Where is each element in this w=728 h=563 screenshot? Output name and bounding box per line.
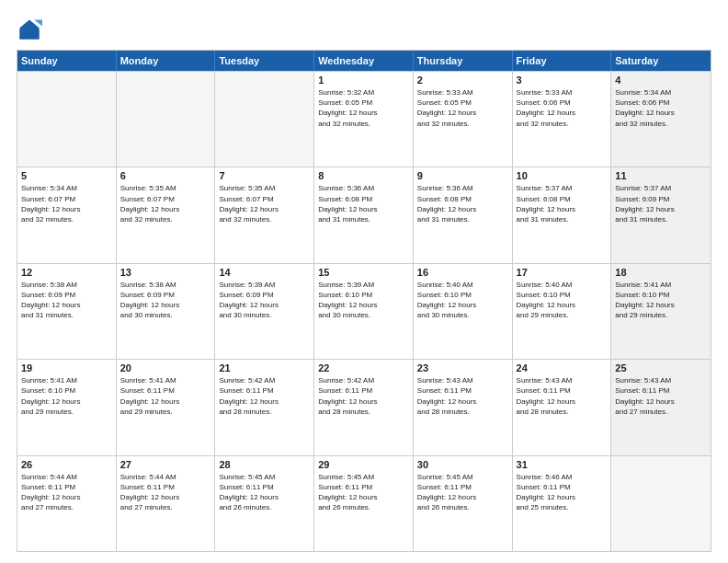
calendar-cell: 21Sunrise: 5:42 AM Sunset: 6:11 PM Dayli… xyxy=(215,360,314,454)
weekday-header-thursday: Thursday xyxy=(414,51,513,71)
day-info: Sunrise: 5:36 AM Sunset: 6:08 PM Dayligh… xyxy=(318,183,409,224)
weekday-header-tuesday: Tuesday xyxy=(215,51,314,71)
day-number: 12 xyxy=(21,267,112,278)
calendar-cell: 4Sunrise: 5:34 AM Sunset: 6:06 PM Daylig… xyxy=(611,72,711,167)
calendar-cell xyxy=(611,456,711,551)
day-number: 2 xyxy=(417,75,508,86)
day-info: Sunrise: 5:41 AM Sunset: 6:11 PM Dayligh… xyxy=(120,375,211,417)
calendar-cell: 18Sunrise: 5:41 AM Sunset: 6:10 PM Dayli… xyxy=(611,264,711,359)
day-info: Sunrise: 5:45 AM Sunset: 6:11 PM Dayligh… xyxy=(417,472,508,513)
day-info: Sunrise: 5:32 AM Sunset: 6:05 PM Dayligh… xyxy=(318,87,409,129)
day-number: 23 xyxy=(417,362,508,373)
header xyxy=(17,17,711,42)
day-number: 17 xyxy=(517,267,608,278)
calendar-cell: 28Sunrise: 5:45 AM Sunset: 6:11 PM Dayli… xyxy=(215,456,314,551)
day-info: Sunrise: 5:39 AM Sunset: 6:10 PM Dayligh… xyxy=(318,280,409,321)
day-number: 13 xyxy=(120,267,211,278)
day-number: 26 xyxy=(21,459,112,470)
weekday-header-wednesday: Wednesday xyxy=(314,51,414,71)
calendar-week-1: 1Sunrise: 5:32 AM Sunset: 6:05 PM Daylig… xyxy=(17,71,711,167)
day-number: 20 xyxy=(120,362,211,373)
weekday-header-saturday: Saturday xyxy=(611,51,711,71)
logo xyxy=(17,17,44,42)
day-info: Sunrise: 5:43 AM Sunset: 6:11 PM Dayligh… xyxy=(615,375,707,417)
day-info: Sunrise: 5:35 AM Sunset: 6:07 PM Dayligh… xyxy=(120,183,211,224)
day-info: Sunrise: 5:40 AM Sunset: 6:10 PM Dayligh… xyxy=(517,280,608,321)
calendar-cell: 7Sunrise: 5:35 AM Sunset: 6:07 PM Daylig… xyxy=(215,167,314,262)
weekday-header-friday: Friday xyxy=(513,51,612,71)
calendar-cell xyxy=(17,72,117,167)
day-info: Sunrise: 5:45 AM Sunset: 6:11 PM Dayligh… xyxy=(318,472,409,513)
day-number: 24 xyxy=(517,362,608,373)
day-number: 3 xyxy=(517,75,608,86)
calendar-cell: 16Sunrise: 5:40 AM Sunset: 6:10 PM Dayli… xyxy=(414,264,513,359)
calendar-week-2: 5Sunrise: 5:34 AM Sunset: 6:07 PM Daylig… xyxy=(17,167,711,262)
day-info: Sunrise: 5:44 AM Sunset: 6:11 PM Dayligh… xyxy=(21,472,112,513)
calendar-cell: 15Sunrise: 5:39 AM Sunset: 6:10 PM Dayli… xyxy=(314,264,414,359)
calendar-cell: 19Sunrise: 5:41 AM Sunset: 6:10 PM Dayli… xyxy=(17,360,117,454)
day-number: 31 xyxy=(517,459,608,470)
day-number: 18 xyxy=(615,267,707,278)
calendar: SundayMondayTuesdayWednesdayThursdayFrid… xyxy=(17,50,711,552)
weekday-header-sunday: Sunday xyxy=(17,51,117,71)
day-number: 29 xyxy=(318,459,409,470)
day-info: Sunrise: 5:33 AM Sunset: 6:06 PM Dayligh… xyxy=(517,87,608,129)
day-number: 16 xyxy=(417,267,508,278)
day-info: Sunrise: 5:33 AM Sunset: 6:05 PM Dayligh… xyxy=(417,87,508,129)
day-number: 27 xyxy=(120,459,211,470)
day-number: 14 xyxy=(219,267,310,278)
logo-icon xyxy=(17,17,42,42)
day-info: Sunrise: 5:37 AM Sunset: 6:08 PM Dayligh… xyxy=(517,183,608,224)
calendar-cell: 24Sunrise: 5:43 AM Sunset: 6:11 PM Dayli… xyxy=(513,360,612,454)
calendar-cell: 27Sunrise: 5:44 AM Sunset: 6:11 PM Dayli… xyxy=(117,456,216,551)
day-number: 15 xyxy=(318,267,409,278)
day-number: 6 xyxy=(120,170,211,181)
calendar-cell: 5Sunrise: 5:34 AM Sunset: 6:07 PM Daylig… xyxy=(17,167,117,262)
day-info: Sunrise: 5:34 AM Sunset: 6:07 PM Dayligh… xyxy=(21,183,112,224)
calendar-cell: 13Sunrise: 5:38 AM Sunset: 6:09 PM Dayli… xyxy=(117,264,216,359)
day-info: Sunrise: 5:42 AM Sunset: 6:11 PM Dayligh… xyxy=(318,375,409,417)
calendar-cell: 31Sunrise: 5:46 AM Sunset: 6:11 PM Dayli… xyxy=(513,456,612,551)
calendar-cell: 3Sunrise: 5:33 AM Sunset: 6:06 PM Daylig… xyxy=(513,72,612,167)
calendar-week-4: 19Sunrise: 5:41 AM Sunset: 6:10 PM Dayli… xyxy=(17,359,711,454)
day-number: 21 xyxy=(219,362,310,373)
day-number: 11 xyxy=(615,170,707,181)
day-info: Sunrise: 5:45 AM Sunset: 6:11 PM Dayligh… xyxy=(219,472,310,513)
calendar-cell: 1Sunrise: 5:32 AM Sunset: 6:05 PM Daylig… xyxy=(314,72,414,167)
day-number: 30 xyxy=(417,459,508,470)
day-info: Sunrise: 5:43 AM Sunset: 6:11 PM Dayligh… xyxy=(417,375,508,417)
day-number: 25 xyxy=(615,362,707,373)
day-info: Sunrise: 5:37 AM Sunset: 6:09 PM Dayligh… xyxy=(615,183,707,224)
day-info: Sunrise: 5:44 AM Sunset: 6:11 PM Dayligh… xyxy=(120,472,211,513)
calendar-cell: 12Sunrise: 5:38 AM Sunset: 6:09 PM Dayli… xyxy=(17,264,117,359)
calendar-cell: 6Sunrise: 5:35 AM Sunset: 6:07 PM Daylig… xyxy=(117,167,216,262)
calendar-week-5: 26Sunrise: 5:44 AM Sunset: 6:11 PM Dayli… xyxy=(17,455,711,551)
calendar-cell: 26Sunrise: 5:44 AM Sunset: 6:11 PM Dayli… xyxy=(17,456,117,551)
day-info: Sunrise: 5:41 AM Sunset: 6:10 PM Dayligh… xyxy=(21,375,112,417)
calendar-cell: 20Sunrise: 5:41 AM Sunset: 6:11 PM Dayli… xyxy=(117,360,216,454)
day-number: 10 xyxy=(517,170,608,181)
calendar-cell xyxy=(117,72,216,167)
calendar-cell xyxy=(215,72,314,167)
page: SundayMondayTuesdayWednesdayThursdayFrid… xyxy=(0,0,728,563)
calendar-cell: 29Sunrise: 5:45 AM Sunset: 6:11 PM Dayli… xyxy=(314,456,414,551)
day-info: Sunrise: 5:38 AM Sunset: 6:09 PM Dayligh… xyxy=(120,280,211,321)
calendar-cell: 25Sunrise: 5:43 AM Sunset: 6:11 PM Dayli… xyxy=(611,360,711,454)
day-number: 9 xyxy=(417,170,508,181)
day-number: 5 xyxy=(21,170,112,181)
calendar-cell: 14Sunrise: 5:39 AM Sunset: 6:09 PM Dayli… xyxy=(215,264,314,359)
calendar-cell: 22Sunrise: 5:42 AM Sunset: 6:11 PM Dayli… xyxy=(314,360,414,454)
day-info: Sunrise: 5:35 AM Sunset: 6:07 PM Dayligh… xyxy=(219,183,310,224)
day-number: 28 xyxy=(219,459,310,470)
day-info: Sunrise: 5:43 AM Sunset: 6:11 PM Dayligh… xyxy=(517,375,608,417)
calendar-cell: 9Sunrise: 5:36 AM Sunset: 6:08 PM Daylig… xyxy=(414,167,513,262)
calendar-cell: 17Sunrise: 5:40 AM Sunset: 6:10 PM Dayli… xyxy=(513,264,612,359)
day-info: Sunrise: 5:41 AM Sunset: 6:10 PM Dayligh… xyxy=(615,280,707,321)
day-info: Sunrise: 5:38 AM Sunset: 6:09 PM Dayligh… xyxy=(21,280,112,321)
day-number: 1 xyxy=(318,75,409,86)
day-number: 8 xyxy=(318,170,409,181)
calendar-cell: 23Sunrise: 5:43 AM Sunset: 6:11 PM Dayli… xyxy=(414,360,513,454)
calendar-week-3: 12Sunrise: 5:38 AM Sunset: 6:09 PM Dayli… xyxy=(17,263,711,359)
day-number: 22 xyxy=(318,362,409,373)
day-info: Sunrise: 5:42 AM Sunset: 6:11 PM Dayligh… xyxy=(219,375,310,417)
